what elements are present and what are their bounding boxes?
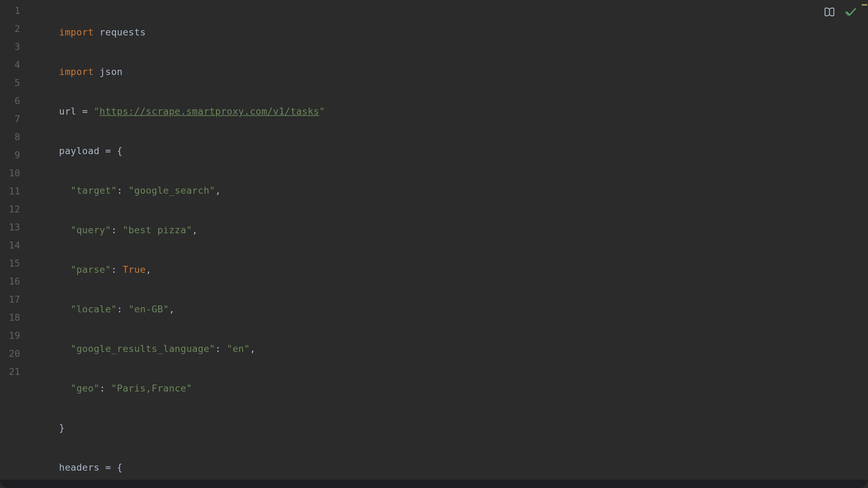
line-number: 18 <box>0 309 31 327</box>
code-editor[interactable]: 1 2 3 4 5 6 7 8 9 10 11 12 13 14 15 16 1… <box>0 0 868 488</box>
line-number: 21 <box>0 363 31 381</box>
line-number: 13 <box>0 218 31 236</box>
line-number: 9 <box>0 146 31 164</box>
indent <box>59 383 70 394</box>
line-number: 4 <box>0 56 31 74</box>
line-number: 7 <box>0 110 31 128</box>
identifier: headers <box>59 462 100 473</box>
punct: : <box>111 225 123 235</box>
line-number: 6 <box>0 92 31 110</box>
punct: , <box>250 343 256 354</box>
line-number: 11 <box>0 182 31 200</box>
string: "geo" <box>70 383 99 394</box>
inspection-ok-icon[interactable] <box>845 6 857 18</box>
line-number: 5 <box>0 74 31 92</box>
scrollbar[interactable] <box>861 0 868 488</box>
code-line[interactable]: "parse": True, <box>31 261 868 279</box>
code-line[interactable]: url = "https://scrape.smartproxy.com/v1/… <box>31 102 868 120</box>
inspection-marker[interactable] <box>862 4 867 6</box>
line-number: 15 <box>0 254 31 272</box>
string: " <box>94 106 100 117</box>
code-line[interactable]: } <box>31 419 868 437</box>
keyword: import <box>59 27 94 37</box>
indent <box>59 264 70 275</box>
string: "Paris,France" <box>111 383 192 394</box>
line-number: 20 <box>0 345 31 363</box>
url-literal[interactable]: https://scrape.smartproxy.com/v1/tasks <box>100 106 319 117</box>
identifier: json <box>100 66 123 77</box>
string: "parse" <box>70 264 111 275</box>
code-line[interactable]: "google_results_language": "en", <box>31 340 868 358</box>
line-number: 16 <box>0 272 31 291</box>
string: "query" <box>70 225 111 235</box>
line-number: 2 <box>0 20 31 38</box>
code-line[interactable]: headers = { <box>31 458 868 477</box>
brace: } <box>59 422 65 433</box>
identifier: url <box>59 106 76 117</box>
line-number-gutter: 1 2 3 4 5 6 7 8 9 10 11 12 13 14 15 16 1… <box>0 0 31 488</box>
line-number: 1 <box>0 2 31 20</box>
line-number: 12 <box>0 200 31 218</box>
keyword: True <box>123 264 146 275</box>
punct: : <box>215 343 227 354</box>
brace: = { <box>100 145 123 156</box>
line-number: 14 <box>0 236 31 254</box>
string: "google_results_language" <box>70 343 215 354</box>
string: "google_search" <box>128 185 215 196</box>
string: "target" <box>70 185 117 196</box>
identifier: payload <box>59 145 100 156</box>
indent <box>59 304 70 314</box>
code-line[interactable]: "locale": "en-GB", <box>31 300 868 318</box>
punct: : <box>117 304 128 314</box>
identifier: requests <box>100 27 146 37</box>
string: "en" <box>227 343 250 354</box>
code-line[interactable]: import json <box>31 63 868 81</box>
line-number: 17 <box>0 291 31 309</box>
indent <box>59 185 70 196</box>
code-line[interactable]: payload = { <box>31 142 868 160</box>
string: "best pizza" <box>123 225 192 235</box>
bottom-bar <box>0 480 868 488</box>
line-number: 19 <box>0 327 31 345</box>
punct: : <box>100 383 111 394</box>
string: "locale" <box>70 304 117 314</box>
code-line[interactable]: "target": "google_search", <box>31 182 868 200</box>
indent <box>59 225 70 235</box>
line-number: 8 <box>0 128 31 146</box>
punct: , <box>169 304 175 314</box>
code-line[interactable]: "geo": "Paris,France" <box>31 379 868 397</box>
punct: , <box>215 185 221 196</box>
punct: , <box>192 225 198 235</box>
code-line[interactable]: "query": "best pizza", <box>31 221 868 239</box>
keyword: import <box>59 66 94 77</box>
code-content[interactable]: import requests import json url = "https… <box>31 0 868 488</box>
brace: = { <box>100 462 123 473</box>
line-number: 3 <box>0 38 31 56</box>
code-line[interactable]: import requests <box>31 23 868 41</box>
code-area[interactable]: 1 2 3 4 5 6 7 8 9 10 11 12 13 14 15 16 1… <box>0 0 868 488</box>
editor-toolbar <box>824 6 857 18</box>
operator: = <box>76 106 94 117</box>
string: " <box>319 106 325 117</box>
line-number: 10 <box>0 164 31 182</box>
punct: : <box>111 264 123 275</box>
string: "en-GB" <box>128 304 169 314</box>
indent <box>59 343 70 354</box>
punct: : <box>117 185 128 196</box>
reader-mode-icon[interactable] <box>824 6 835 18</box>
punct: , <box>146 264 152 275</box>
